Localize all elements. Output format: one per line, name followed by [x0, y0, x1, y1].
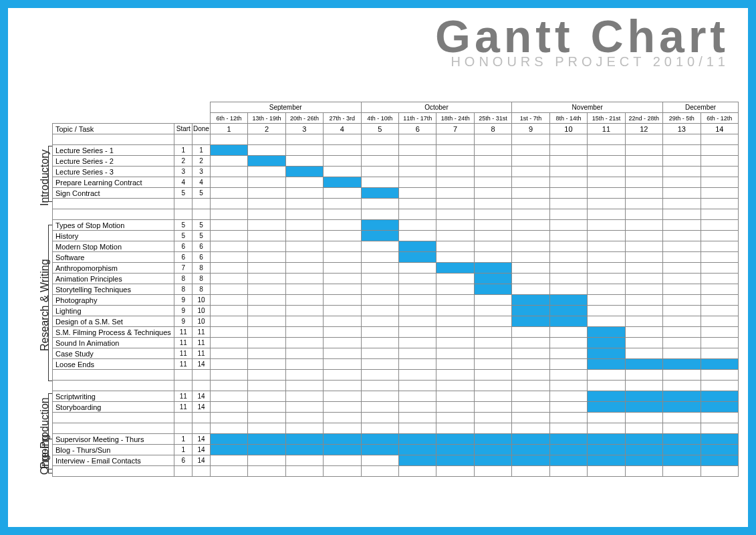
- gantt-bar: [362, 188, 398, 198]
- gantt-bar: [399, 252, 436, 262]
- gantt-bar: [436, 455, 473, 465]
- task-start: 1: [174, 434, 193, 445]
- task-start: 11: [174, 327, 193, 338]
- gantt-bar: [362, 220, 398, 230]
- task-done: 11: [193, 327, 211, 338]
- gantt-bar: [588, 391, 624, 401]
- task-row: Scriptwriting1114: [53, 391, 739, 402]
- task-row: Lecture Series - 333: [53, 167, 739, 177]
- task-done: 5: [193, 220, 211, 231]
- task-name: Loose Ends: [53, 359, 174, 370]
- task-name: Lighting: [53, 306, 174, 316]
- week-number-header: 8: [474, 124, 511, 134]
- gantt-bar: [512, 316, 549, 326]
- gantt-bar: [588, 348, 624, 358]
- task-row: Design of a S.M. Set910: [53, 316, 739, 327]
- month-header: December: [663, 102, 739, 113]
- title-block: Gantt Chart HONOURS PROJECT 2010/11: [435, 15, 729, 70]
- week-number-header: 10: [549, 124, 587, 134]
- task-row: Lecture Series - 222: [53, 156, 739, 167]
- gantt-bar: [701, 402, 739, 412]
- task-row: Lighting910: [53, 306, 739, 316]
- gantt-chart: { "title": "Gantt Chart", "subtitle": "H…: [0, 0, 756, 535]
- task-done: 5: [193, 231, 211, 241]
- task-done: 14: [193, 402, 211, 413]
- gantt-bar: [550, 434, 587, 444]
- week-number-header: 11: [588, 124, 625, 134]
- task-done: 14: [193, 359, 211, 370]
- task-name: Types of Stop Motion: [53, 220, 174, 231]
- date-range-header: 20th - 26th: [285, 113, 323, 124]
- task-done: 8: [193, 263, 211, 274]
- gantt-bar: [663, 402, 700, 412]
- task-row: Sound In Animation1111: [53, 338, 739, 348]
- task-done: 14: [193, 455, 211, 466]
- task-name: Prepare Learning Contract: [53, 177, 174, 188]
- date-range-header: 11th - 17th: [399, 113, 436, 124]
- task-done: 10: [193, 295, 211, 306]
- task-row: Blog - Thurs/Sun114: [53, 445, 739, 455]
- gantt-bar: [286, 434, 323, 444]
- gantt-bar: [512, 306, 549, 316]
- task-row: Supervisor Meeting - Thurs114: [53, 434, 739, 445]
- date-range-header: 15th - 21st: [588, 113, 625, 124]
- task-start: 6: [174, 241, 193, 252]
- gantt-bar: [399, 445, 436, 455]
- month-header: September: [210, 102, 361, 113]
- gantt-bar: [626, 445, 662, 455]
- gantt-bar: [550, 445, 587, 455]
- column-header-done: Done: [193, 124, 211, 134]
- gantt-bar: [512, 455, 549, 465]
- task-done: 4: [193, 177, 211, 188]
- gantt-bar: [436, 263, 473, 273]
- week-number-header: 5: [361, 124, 398, 134]
- page-subtitle: HONOURS PROJECT 2010/11: [435, 54, 729, 70]
- date-range-header: 22nd - 28th: [625, 113, 662, 124]
- date-range-header: 6th - 12th: [701, 113, 739, 124]
- gantt-bar: [248, 434, 285, 444]
- gantt-bar: [550, 295, 587, 305]
- month-header: November: [512, 102, 663, 113]
- gantt-table: SeptemberOctoberNovemberDecember6th - 12…: [52, 102, 739, 477]
- gantt-bar: [588, 327, 624, 337]
- task-done: 14: [193, 445, 211, 455]
- gantt-bar: [512, 295, 549, 305]
- task-done: 2: [193, 156, 211, 167]
- task-start: 9: [174, 316, 193, 327]
- column-header-start: Start: [174, 124, 193, 134]
- task-name: Interview - Email Contacts: [53, 455, 174, 466]
- gantt-bar: [436, 445, 473, 455]
- task-name: Storytelling Techniques: [53, 284, 174, 295]
- gantt-bar: [399, 434, 436, 444]
- week-number-header: 12: [625, 124, 662, 134]
- task-row: Software66: [53, 252, 739, 263]
- gantt-bar: [211, 145, 247, 155]
- date-range-header: 1st - 7th: [512, 113, 549, 124]
- task-row: History55: [53, 231, 739, 241]
- task-name: Modern Stop Motion: [53, 241, 174, 252]
- task-name: Anthropomorphism: [53, 263, 174, 274]
- gantt-bar: [701, 391, 739, 401]
- gantt-bar: [663, 391, 700, 401]
- task-start: 8: [174, 274, 193, 284]
- task-name: Storyboarding: [53, 402, 174, 413]
- gantt-bar: [588, 434, 624, 444]
- week-number-header: 9: [512, 124, 549, 134]
- week-number-header: 13: [663, 124, 701, 134]
- task-name: Lecture Series - 3: [53, 167, 174, 177]
- column-header-task: Topic / Task: [53, 124, 174, 134]
- date-range-header: 25th - 31st: [474, 113, 511, 124]
- task-row: Prepare Learning Contract44: [53, 177, 739, 188]
- gantt-bar: [626, 391, 662, 401]
- task-start: 7: [174, 263, 193, 274]
- task-start: 11: [174, 359, 193, 370]
- gantt-bar: [362, 434, 398, 444]
- date-range-header: 4th - 10th: [361, 113, 398, 124]
- task-name: Sound In Animation: [53, 338, 174, 348]
- task-name: Blog - Thurs/Sun: [53, 445, 174, 455]
- task-row: Storytelling Techniques88: [53, 284, 739, 295]
- task-done: 11: [193, 338, 211, 348]
- task-start: 1: [174, 445, 193, 455]
- task-name: Scriptwriting: [53, 391, 174, 402]
- task-start: 4: [174, 177, 193, 188]
